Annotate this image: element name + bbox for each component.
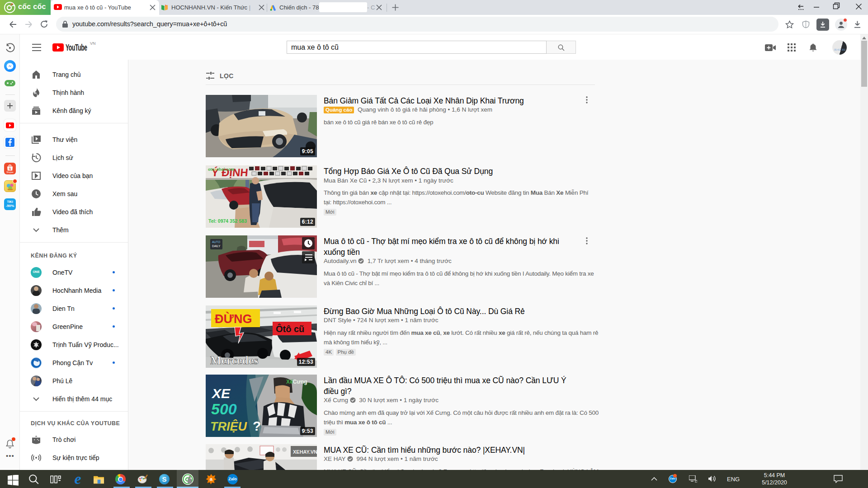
svg-text:Mercedes: Mercedes [210, 354, 258, 367]
svg-text:XE: XE [211, 386, 231, 401]
svg-text:AUTO: AUTO [212, 240, 220, 244]
svg-text:otoxehoi.com: otoxehoi.com [208, 167, 235, 172]
svg-text:?: ? [253, 418, 261, 433]
svg-text:S: S [9, 167, 11, 171]
svg-text:Ôtô cũ: Ôtô cũ [276, 324, 304, 334]
svg-text:XếCưng: XếCưng [286, 379, 307, 385]
svg-text:ĐỪNG: ĐỪNG [215, 312, 252, 326]
svg-text:a: a [210, 476, 213, 482]
svg-text:TRIỆU: TRIỆU [210, 419, 248, 433]
svg-text:DAILY: DAILY [212, 244, 221, 248]
svg-text:Tel: 0974 352 583: Tel: 0974 352 583 [208, 218, 247, 224]
svg-text:500: 500 [211, 400, 237, 418]
svg-text:XEHAY.VN: XEHAY.VN [293, 449, 317, 455]
